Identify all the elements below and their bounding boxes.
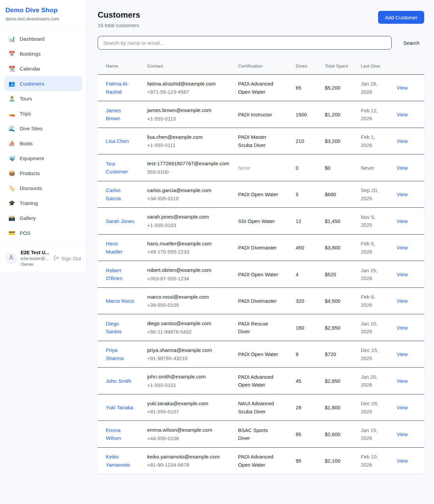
view-link[interactable]: View: [397, 458, 408, 464]
sidebar-item-gallery[interactable]: 📸 Gallery: [4, 210, 82, 225]
customer-dives: 1500: [296, 101, 325, 128]
customer-phone: +44-555-0108: [147, 434, 233, 442]
customer-count: 15 total customers: [98, 22, 140, 28]
wave-icon: 🌊: [8, 125, 15, 132]
table-body: Fatima Al-Rashid fatima.alrashid@example…: [98, 74, 424, 474]
customer-dives: 65: [296, 74, 325, 101]
sidebar-item-trips[interactable]: 🚤 Trips: [4, 106, 82, 121]
sign-out-button[interactable]: Sign Out: [54, 255, 81, 262]
customer-last-dive: Jan 28, 2026: [361, 74, 397, 101]
customer-phone: +1-555-0101: [147, 381, 233, 389]
customer-dives: 210: [296, 128, 325, 154]
sidebar-item-dive-sites[interactable]: 🌊 Dive Sites: [4, 121, 82, 136]
sidebar-item-calendar[interactable]: 📆 Calendar: [4, 61, 82, 76]
view-link[interactable]: View: [397, 351, 408, 357]
view-link[interactable]: View: [397, 218, 408, 224]
search-button[interactable]: Search: [403, 40, 419, 46]
customer-name-link[interactable]: Keiko Yamamoto: [106, 454, 130, 467]
diving-mask-icon: 🤿: [8, 155, 15, 162]
user-role: Owner: [21, 262, 49, 267]
customer-dives: 12: [296, 208, 325, 235]
customer-certification: PADI Master Scuba Diver: [238, 128, 296, 154]
column-header-name: Name: [98, 58, 147, 74]
customer-contact: john.smith@example.com +1-555-0101: [147, 368, 238, 394]
customer-contact: marco.rossi@example.com +39-555-0105: [147, 287, 238, 314]
sidebar-item-pos[interactable]: 💳 POS: [4, 225, 82, 240]
view-link[interactable]: View: [397, 272, 408, 277]
table-row: Sarah Jones sarah.jones@example.com +1-5…: [98, 208, 424, 235]
customers-table-card: Name Contact Certification Dives Total S…: [98, 58, 424, 474]
package-icon: 📦: [8, 170, 15, 176]
customer-total-spent: $0: [325, 154, 361, 181]
sailboat-icon: ⛵: [8, 140, 15, 147]
view-link[interactable]: View: [397, 405, 408, 410]
add-customer-button[interactable]: Add Customer: [378, 11, 424, 24]
view-link[interactable]: View: [397, 165, 408, 171]
customer-last-dive: Nov 5, 2025: [361, 208, 397, 235]
view-link[interactable]: View: [397, 138, 408, 144]
customer-phone: +55-11-99876-5432: [147, 328, 233, 336]
customer-phone: +81-90-1234-5678: [147, 461, 233, 469]
customer-certification: PADI Advanced Open Water: [238, 368, 296, 394]
customer-total-spent: $1,200: [325, 101, 361, 128]
sidebar-item-discounts[interactable]: 🏷️ Discounts: [4, 181, 82, 195]
sidebar-item-products[interactable]: 📦 Products: [4, 166, 82, 181]
view-link[interactable]: View: [397, 431, 408, 437]
sidebar-item-customers[interactable]: 👥 Customers: [4, 76, 82, 91]
table-row: Hans Mueller hans.mueller@example.com +4…: [98, 234, 424, 261]
view-link[interactable]: View: [397, 378, 408, 384]
customer-name-link[interactable]: Hans Mueller: [106, 241, 122, 254]
search-input[interactable]: [98, 36, 392, 50]
customer-email: sarah.jones@example.com: [147, 213, 233, 221]
sidebar-item-training[interactable]: 🎓 Training: [4, 195, 82, 210]
column-header-total-spent: Total Spent: [325, 58, 361, 74]
camera-icon: 📸: [8, 215, 15, 221]
customer-name-link[interactable]: Test Customer: [106, 161, 128, 174]
customer-name-link[interactable]: Fatima Al-Rashid: [106, 81, 129, 94]
table-row: Fatima Al-Rashid fatima.alrashid@example…: [98, 74, 424, 101]
customer-dives: 0: [296, 154, 325, 181]
customer-email: marco.rossi@example.com: [147, 293, 233, 301]
customer-name-link[interactable]: James Brown: [106, 108, 121, 121]
customer-name-link[interactable]: Marco Rossi: [106, 298, 134, 304]
customer-contact: yuki.tanaka@example.com +81-555-0107: [147, 394, 238, 421]
logout-icon: [54, 255, 59, 262]
customer-name-link[interactable]: Emma Wilson: [106, 427, 121, 441]
view-link[interactable]: View: [397, 245, 408, 250]
customer-name-link[interactable]: Sarah Jones: [106, 218, 134, 224]
sidebar-item-dashboard[interactable]: 📊 Dashboard: [4, 31, 82, 46]
customer-certification: PADI Rescue Diver: [238, 314, 296, 341]
view-link[interactable]: View: [397, 325, 408, 331]
avatar: [5, 253, 17, 264]
speedboat-icon: 🚤: [8, 110, 15, 117]
column-header-dives: Dives: [296, 58, 325, 74]
customer-last-dive: Sep 20, 2025: [361, 181, 397, 208]
customer-dives: 450: [296, 234, 325, 261]
view-link[interactable]: View: [397, 191, 408, 197]
view-link[interactable]: View: [397, 112, 408, 117]
customer-contact: robert.obrien@example.com +353-87-555-12…: [147, 261, 238, 288]
customer-certification: PADI Instructor: [238, 101, 296, 128]
customer-total-spent: $2,950: [325, 314, 361, 341]
customer-certification: PADI Divemaster: [238, 234, 296, 261]
customer-phone: +1-555-0111: [147, 141, 233, 149]
sidebar-item-boats[interactable]: ⛵ Boats: [4, 136, 82, 151]
table-row: John Smith john.smith@example.com +1-555…: [98, 368, 424, 394]
table-row: Lisa Chen lisa.chen@example.com +1-555-0…: [98, 128, 424, 154]
view-link[interactable]: View: [397, 298, 408, 304]
customer-name-link[interactable]: Lisa Chen: [106, 138, 129, 144]
customer-dives: 5: [296, 181, 325, 208]
shop-name: Demo Dive Shop: [5, 6, 81, 14]
sidebar-item-tours[interactable]: 🏝️ Tours: [4, 91, 82, 106]
customer-name-link[interactable]: Yuki Tanaka: [106, 405, 133, 410]
customer-phone: +81-555-0107: [147, 408, 233, 415]
table-row: Diego Santos diego.santos@example.com +5…: [98, 314, 424, 341]
customer-name-link[interactable]: Carlos Garcia: [106, 187, 121, 201]
customer-name-link[interactable]: Diego Santos: [106, 321, 122, 334]
customer-name-link[interactable]: Robert O'Brien: [106, 267, 123, 281]
sidebar-item-bookings[interactable]: 📅 Bookings: [4, 46, 82, 61]
customer-name-link[interactable]: Priya Sharma: [106, 347, 124, 361]
sidebar-item-equipment[interactable]: 🤿 Equipment: [4, 151, 82, 166]
view-link[interactable]: View: [397, 85, 408, 91]
customer-name-link[interactable]: John Smith: [106, 378, 131, 384]
